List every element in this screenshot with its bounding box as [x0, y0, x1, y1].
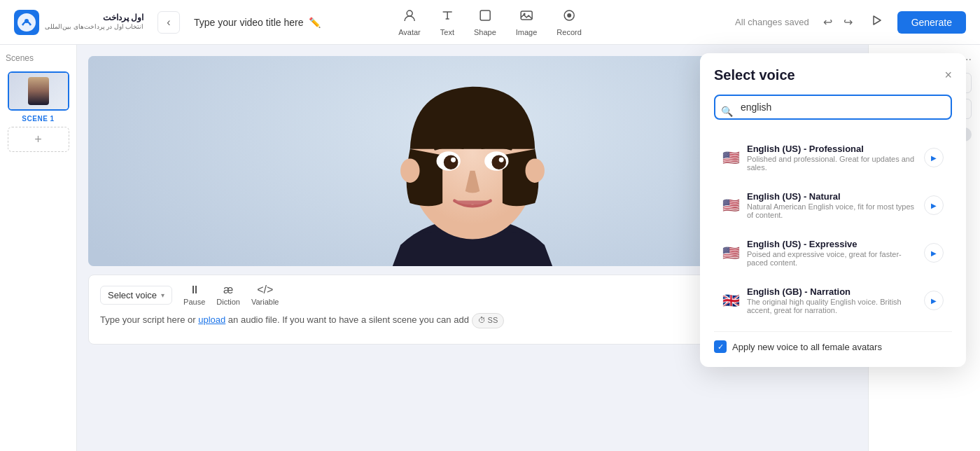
toolbar-center: Avatar Text Shape Image Record	[398, 8, 582, 36]
svg-point-1	[24, 19, 29, 23]
image-icon	[519, 8, 533, 26]
flag-icon: 🇺🇸	[722, 149, 740, 166]
pause-action[interactable]: ⏸ Pause	[183, 284, 205, 306]
voice-info: English (US) - Professional Polished and…	[747, 144, 917, 172]
generate-button[interactable]: Generate	[897, 11, 966, 34]
flag-icon: 🇬🇧	[722, 292, 740, 309]
toolbar-right: All changes saved ↩ ↪ Generate	[735, 11, 966, 34]
voice-info: English (GB) - Narration The original hi…	[747, 286, 917, 314]
svg-point-20	[499, 158, 504, 162]
voice-name: English (GB) - Narration	[747, 286, 917, 297]
logo-area: اول پرداخت انتخاب اول در پرداخت‌های بین‌…	[14, 10, 144, 35]
text-label: Text	[440, 28, 454, 36]
redo-button[interactable]: ↪	[841, 13, 855, 32]
modal-header: Select voice ×	[714, 67, 952, 83]
chevron-down-icon: ▾	[161, 291, 164, 299]
voice-name: English (US) - Professional	[747, 144, 917, 154]
svg-point-2	[407, 11, 412, 16]
voice-info: English (US) - Natural Natural American …	[747, 191, 917, 219]
search-icon: 🔍	[721, 106, 733, 117]
voice-modal: Select voice × 🔍 🇺🇸 English (US) - Profe…	[700, 53, 966, 367]
scene-1-name: SCENE 1	[22, 115, 54, 123]
toolbar-image[interactable]: Image	[516, 8, 538, 36]
voice-desc: Polished and professional. Great for upd…	[747, 155, 917, 172]
svg-point-17	[444, 155, 458, 169]
avatar-icon	[402, 8, 416, 26]
record-label: Record	[556, 28, 581, 36]
shape-label: Shape	[474, 28, 496, 36]
svg-point-19	[451, 158, 456, 162]
undo-redo: ↩ ↪	[820, 13, 855, 32]
search-wrapper: 🔍	[714, 95, 952, 128]
voice-list: 🇺🇸 English (US) - Professional Polished …	[714, 137, 952, 326]
apply-checkbox[interactable]: ✓	[714, 340, 727, 353]
top-bar: اول پرداخت انتخاب اول در پرداخت‌های بین‌…	[0, 0, 980, 45]
select-voice-button[interactable]: Select voice ▾	[100, 286, 172, 305]
undo-button[interactable]: ↩	[820, 13, 835, 32]
script-actions: ⏸ Pause æ Diction </> Variable	[183, 284, 279, 306]
voice-item[interactable]: 🇺🇸 English (US) - Expressive Poised and …	[714, 232, 952, 274]
svg-point-14	[525, 159, 544, 183]
modal-footer: ✓ Apply new voice to all female avatars	[714, 331, 952, 353]
toolbar-text[interactable]: Text	[440, 8, 454, 36]
back-button[interactable]: ‹	[158, 11, 180, 34]
voice-name: English (US) - Natural	[747, 191, 917, 202]
svg-point-13	[400, 159, 419, 183]
add-scene-button[interactable]: +	[8, 127, 69, 152]
apply-label: Apply new voice to all female avatars	[732, 342, 882, 352]
play-voice-button[interactable]: ▶	[924, 148, 944, 167]
toolbar-shape[interactable]: Shape	[474, 8, 496, 36]
play-voice-button[interactable]: ▶	[924, 243, 944, 263]
scenes-label: Scenes	[6, 53, 71, 63]
title-area: Type your video title here ✏️	[194, 17, 321, 28]
record-icon	[562, 8, 576, 26]
voice-list-container: 🇺🇸 English (US) - Professional Polished …	[714, 137, 952, 326]
flag-icon: 🇺🇸	[722, 244, 740, 261]
upload-link[interactable]: upload	[198, 314, 225, 325]
preview-button[interactable]	[867, 11, 886, 34]
voice-item[interactable]: 🇺🇸 English (US) - Professional Polished …	[714, 137, 952, 179]
diction-action[interactable]: æ Diction	[216, 284, 240, 306]
voice-item[interactable]: 🇺🇸 English (US) - Natural Natural Americ…	[714, 184, 952, 226]
toolbar-avatar[interactable]: Avatar	[398, 8, 421, 36]
pause-icon: ⏸	[189, 284, 200, 296]
status-text: All changes saved	[735, 17, 809, 27]
svg-marker-8	[874, 16, 881, 25]
image-label: Image	[516, 28, 538, 36]
voice-info: English (US) - Expressive Poised and exp…	[747, 239, 917, 267]
scenes-panel: Scenes SCENE 1 +	[0, 45, 77, 451]
variable-icon: </>	[257, 284, 273, 296]
play-voice-button[interactable]: ▶	[924, 195, 944, 215]
edit-icon[interactable]: ✏️	[309, 17, 321, 28]
modal-close-button[interactable]: ×	[944, 68, 952, 83]
logo-icon	[14, 10, 39, 35]
voice-item[interactable]: 🇬🇧 English (GB) - Narration The original…	[714, 279, 952, 321]
modal-title: Select voice	[714, 67, 795, 83]
voice-desc: Poised and expressive voice, great for f…	[747, 250, 917, 267]
svg-point-7	[567, 13, 571, 18]
scene-1-thumb[interactable]	[8, 71, 69, 111]
diction-icon: æ	[223, 284, 233, 296]
logo-text: اول پرداخت انتخاب اول در پرداخت‌های بین‌…	[45, 13, 144, 32]
shape-icon	[478, 8, 492, 26]
text-icon	[440, 8, 454, 26]
avatar-label: Avatar	[398, 28, 421, 36]
voice-name: English (US) - Expressive	[747, 239, 917, 249]
svg-rect-3	[480, 11, 490, 20]
variable-action[interactable]: </> Variable	[251, 284, 279, 306]
voice-desc: Natural American English voice, fit for …	[747, 202, 917, 219]
video-title: Type your video title here	[194, 17, 303, 28]
voice-desc: The original high quality English voice.…	[747, 298, 917, 314]
flag-icon: 🇺🇸	[722, 197, 740, 214]
toolbar-record[interactable]: Record	[556, 8, 581, 36]
play-voice-button[interactable]: ▶	[924, 291, 944, 310]
voice-search-input[interactable]	[714, 95, 952, 120]
silence-badge[interactable]: ⏱ SS	[472, 313, 505, 328]
svg-point-18	[491, 155, 506, 169]
